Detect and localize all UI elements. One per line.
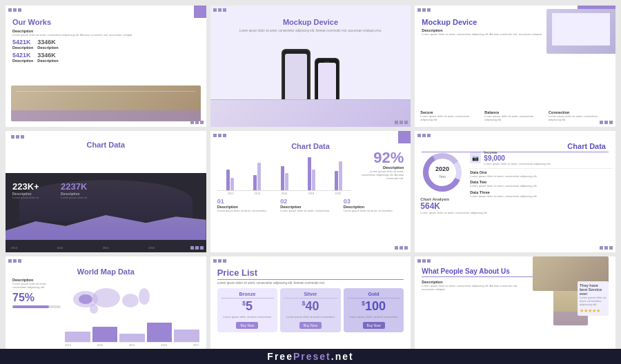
phone-back-screen	[285, 54, 307, 103]
slide-1-stat2-lbl: Description	[37, 46, 58, 50]
gold-tier: Gold	[347, 292, 401, 296]
slide-9-testimonial: What People Say About Us Description Lor…	[415, 256, 615, 364]
bottom-item-3: 03 Description Lorem ipsum dolor sit ame…	[344, 198, 404, 212]
quote-text: Lorem ipsum dolor sit amet, consectetur …	[580, 296, 607, 307]
bar-3b	[285, 173, 288, 190]
gold-amount: $100	[347, 300, 401, 314]
data-item-3: Data Three Lorem ipsum dolor sit amet, c…	[470, 190, 613, 198]
bar-c	[119, 334, 145, 342]
slide-1-stat1-val: 5421K	[12, 39, 33, 46]
slide-1-stat2-val: 3346K	[37, 39, 58, 46]
bar-group-1	[217, 170, 244, 190]
right-info: 📷 Income $9,000 Lorem ipsum dolor sit am…	[470, 150, 613, 198]
title-divider	[217, 279, 404, 280]
corner-dots-tl	[417, 259, 431, 263]
slide-grid: Our Works Description Lorem ipsum dolor …	[0, 0, 621, 364]
analysis-value: 564K	[420, 201, 487, 211]
bars-container	[217, 153, 352, 191]
bar-4b	[312, 170, 315, 190]
year-4: 2016	[148, 246, 155, 250]
income-row: 📷 Income $9,000 Lorem ipsum dolor sit am…	[470, 150, 613, 165]
slide-1-stat4-lbl: Description	[37, 59, 58, 63]
feature-2-text: Lorem ipsum dolor sit amet, consectetur …	[484, 114, 546, 121]
progress-bg	[12, 305, 61, 308]
chart-dark-area: 223K+ Description Lorem ipsum dolor sit …	[6, 173, 206, 252]
slide-1-stat3-lbl: Description	[12, 59, 33, 63]
bar-d	[147, 323, 172, 342]
corner-decoration-br	[395, 246, 408, 250]
stat1-subtext: Lorem ipsum dolor sit	[12, 196, 39, 199]
gold-divider	[347, 298, 401, 299]
stat2-value: 2237K	[61, 181, 87, 192]
year-1: 2013	[11, 246, 17, 250]
testimonial-right: They have best Service ever Lorem ipsum …	[533, 279, 609, 291]
corner-decoration-br	[395, 121, 408, 124]
stat1-value: 223K+	[12, 181, 39, 192]
y4: 2017	[193, 343, 199, 347]
price-card-gold: Gold $100 Lorem ipsum dolor sit amet con…	[344, 288, 404, 332]
bronze-features: Lorem ipsum dolor sit amet consectetur	[221, 315, 275, 318]
phone-notch	[324, 61, 330, 63]
slide-6-title: Chart Data	[422, 142, 609, 150]
silver-btn[interactable]: Buy Now	[299, 322, 322, 329]
bronze-divider	[221, 298, 275, 299]
bronze-btn[interactable]: Buy Now	[236, 322, 258, 329]
corner-dots-tl	[213, 134, 226, 137]
stat2-subtext: Lorem ipsum dolor sit	[61, 196, 87, 199]
bar-1b	[230, 178, 234, 190]
laptop-image	[546, 9, 615, 54]
corner-dots-tl	[8, 259, 21, 263]
item1-txt: Lorem ipsum dolor sit amet, consectetur.	[217, 209, 278, 212]
watermark-bar: FreePreset.net	[0, 349, 621, 364]
big-pct: 92%	[355, 150, 404, 165]
map-desc-text: Lorem ipsum dolor sit amet, consectetur …	[12, 282, 61, 289]
slide-1-room-image	[11, 85, 201, 121]
watermark-suffix: .net	[331, 351, 354, 362]
year-2: 2014	[57, 246, 63, 250]
gold-btn[interactable]: Buy Now	[363, 322, 385, 329]
income-icon-box: 📷	[470, 152, 481, 163]
svg-point-8	[139, 288, 150, 305]
watermark-brand: Preset	[293, 351, 331, 362]
item3-txt: Lorem ipsum dolor sit amet, consectetur.	[344, 209, 404, 212]
slide-8-subtitle: Lorem ipsum dolor sit amet, consectetur …	[217, 281, 404, 285]
data-item-1: Data One Lorem ipsum dolor sit amet, con…	[470, 170, 613, 178]
stars: ★★★★★	[580, 308, 607, 314]
y0: 2013	[65, 343, 71, 347]
silver-features: Lorem ipsum dolor sit amet consectetur	[284, 315, 337, 318]
phone-showcase	[217, 39, 404, 108]
bar-3a	[281, 166, 284, 190]
pct-text: Lorem ipsum dolor sit amet, consectetur …	[355, 170, 404, 181]
slide-1-title: Our Works	[12, 18, 199, 26]
corner-decoration-tl	[213, 8, 226, 12]
silver-amount: $40	[284, 300, 337, 314]
bar-e	[174, 330, 199, 342]
testimonial-left: Description Lorem ipsum dolor sit amet, …	[422, 279, 530, 291]
camera-icon: 📷	[472, 155, 479, 161]
yr-1: 2014	[255, 192, 261, 195]
income-text: Lorem ipsum dolor sit amet, consectetur …	[484, 162, 551, 165]
svg-point-10	[79, 294, 92, 304]
watermark-text: FreePreset.net	[267, 351, 353, 362]
divider	[470, 168, 613, 169]
item2-txt: Lorem ipsum dolor sit amet, consectetur.	[280, 209, 341, 212]
corner-decoration-tl	[8, 8, 21, 12]
bar-group-2	[244, 163, 270, 190]
desc-text: Lorem ipsum dolor sit amet, consectetur …	[422, 284, 530, 291]
slide-4-title: Chart Data	[11, 141, 201, 149]
bar-1a	[226, 170, 230, 190]
world-map-svg	[65, 279, 155, 320]
slide-2-desc: Lorem ipsum dolor sit amet, consectetur …	[217, 29, 404, 33]
bottom-item-2: 02 Description Lorem ipsum dolor sit ame…	[280, 198, 341, 212]
corner-dots-top	[11, 135, 24, 139]
bar-5b	[339, 161, 342, 190]
slide-6-chart-donut: Chart Data 2020 Year Chart Analysis 564K…	[415, 131, 615, 252]
bottom-item-1: 01 Description Lorem ipsum dolor sit ame…	[217, 198, 278, 212]
slide-8-title: Price List	[217, 267, 404, 278]
data1-text: Lorem ipsum dolor sit amet, consectetur …	[470, 174, 613, 178]
yr-2: 2016	[282, 192, 288, 195]
small-bars	[65, 322, 199, 343]
slide-1-stat3-val: 5421K	[12, 52, 33, 59]
bar-2b	[257, 163, 261, 190]
slide-1-our-works: Our Works Description Lorem ipsum dolor …	[6, 6, 206, 127]
